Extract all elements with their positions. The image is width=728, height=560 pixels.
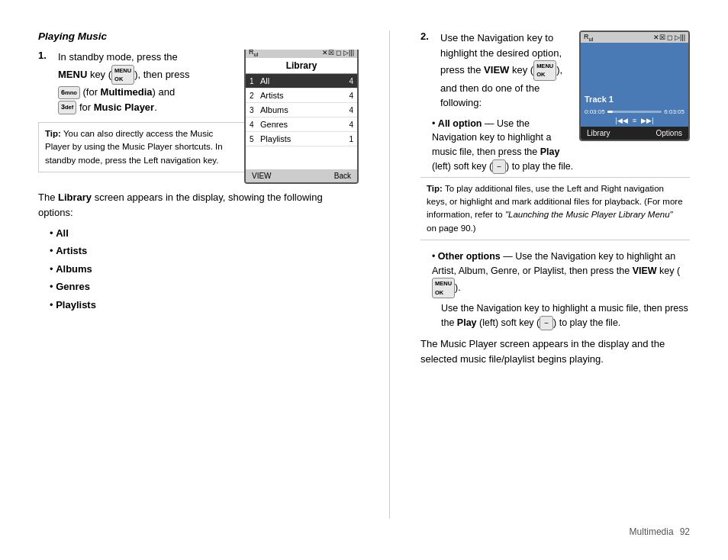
page-footer: Multimedia 92: [38, 519, 690, 537]
list-item-genres: 4 Genres 4: [246, 117, 357, 132]
left-column: Playing Music Rul ✕☒ ◻ ▷||| Library 1 Al…: [38, 31, 359, 519]
prev-icon: |◀◀: [616, 117, 628, 124]
library-soft-key: Library: [587, 129, 610, 137]
menu-key-label: MENU: [58, 68, 87, 79]
music-screen-body: Track 1 0:03:05 6:03:05 |◀◀ ≡ ▶▶|: [581, 43, 688, 127]
view-key-icon-2: MENUOK: [432, 278, 455, 298]
progress-track: [607, 111, 662, 113]
item-count-5: 1: [349, 135, 353, 143]
controls-row: |◀◀ ≡ ▶▶|: [585, 117, 685, 124]
step2-container: 2. Use the Navigation key to highlight t…: [420, 31, 570, 111]
view-key-icon: MENUOK: [533, 60, 556, 81]
item-num-3: 3: [250, 106, 260, 114]
phone-bottom-bar-left: VIEW Back: [246, 169, 357, 182]
list-item-all: 1 All 4: [246, 74, 357, 89]
footer-page-number: 92: [680, 526, 690, 537]
other-options-list: Other options — Use the Navigation key t…: [432, 249, 690, 330]
key-3-icon: 3def: [58, 101, 76, 114]
time-right: 6:03:05: [664, 108, 685, 115]
library-phone-screen: Rul ✕☒ ◻ ▷||| Library 1 All 4 2 Artists: [244, 50, 359, 184]
step2-area: Rul ✕☒ ◻ ▷||| Track 1 0:03:05 6:03:05: [420, 31, 690, 177]
phone-title-left: Library: [246, 58, 357, 74]
footer-section: Multimedia: [630, 526, 674, 537]
play-icon: ≡: [633, 117, 636, 124]
step2-text: Use the Navigation key to highlight the …: [440, 31, 570, 111]
column-divider: [389, 31, 390, 519]
item-num-5: 5: [250, 135, 260, 143]
minus-key-1: −: [492, 159, 506, 174]
library-description: The Library screen appears in the displa…: [38, 191, 323, 218]
item-num-4: 4: [250, 121, 260, 129]
bullet-genres: Genres: [50, 278, 359, 295]
phone-view-label: VIEW: [252, 172, 272, 180]
phone-status-bar-right: Rul ✕☒ ◻ ▷|||: [581, 32, 688, 43]
step1-number: 1.: [38, 50, 50, 114]
tip-label-2: Tip:: [427, 184, 443, 193]
menu-key-icon: MENUOK: [111, 65, 134, 85]
conclusion: The Music Player screen appears in the d…: [420, 338, 665, 365]
content-area: Playing Music Rul ✕☒ ◻ ▷||| Library 1 Al…: [38, 31, 690, 519]
list-item-albums: 3 Albums 4: [246, 103, 357, 117]
item-count-1: 4: [349, 77, 353, 85]
status-icons-right: ✕☒ ◻ ▷|||: [653, 34, 685, 41]
bullet-all: All: [50, 224, 359, 242]
item-num-1: 1: [250, 77, 260, 85]
library-text: The Library screen appears in the displa…: [38, 190, 359, 220]
step1-text: In standby mode, press the MENU key (MEN…: [58, 50, 189, 114]
next-icon: ▶▶|: [641, 117, 653, 124]
item-count-4: 4: [349, 121, 353, 129]
time-left: 0:03:05: [585, 108, 605, 115]
step1-area: Rul ✕☒ ◻ ▷||| Library 1 All 4 2 Artists: [38, 50, 359, 184]
item-label-artists: Artists: [260, 91, 349, 100]
minus-key-2: −: [540, 316, 553, 330]
conclusion-text: The Music Player screen appears in the d…: [420, 336, 690, 367]
step2-number: 2.: [420, 31, 433, 111]
item-label-all: All: [260, 76, 349, 85]
phone-list: 1 All 4 2 Artists 4 3 Albums 4: [246, 74, 357, 169]
bullet-list: All Artists Albums Genres Playlists: [50, 224, 359, 314]
item-label-playlists: Playlists: [260, 134, 349, 143]
tip-text-1: You can also directly access the Music P…: [45, 129, 223, 165]
bullet-albums: Albums: [50, 260, 359, 278]
item-num-2: 2: [250, 92, 260, 100]
phone-empty-space: [246, 146, 357, 169]
tip-box-2: Tip: To play additional files, use the L…: [420, 177, 690, 240]
bullet-playlists: Playlists: [50, 296, 359, 314]
list-item-artists: 2 Artists 4: [246, 89, 357, 103]
status-icons-left: ✕☒ ◻ ▷|||: [322, 50, 354, 56]
list-item-playlists: 5 Playlists 1: [246, 132, 357, 146]
key-6-icon: 6mno: [58, 86, 80, 100]
right-column: Rul ✕☒ ◻ ▷||| Track 1 0:03:05 6:03:05: [420, 31, 690, 519]
signal-icon: Rul: [249, 50, 258, 57]
step1-container: 1. In standby mode, press the MENU key (…: [38, 50, 237, 114]
other-options-item: Other options — Use the Navigation key t…: [432, 249, 690, 330]
phone-status-bar-left: Rul ✕☒ ◻ ▷|||: [246, 50, 357, 58]
bullet-artists: Artists: [50, 242, 359, 259]
tip-label-1: Tip:: [45, 129, 61, 138]
item-count-2: 4: [349, 92, 353, 100]
item-label-albums: Albums: [260, 105, 349, 114]
track-label: Track 1: [585, 95, 614, 104]
item-label-genres: Genres: [260, 120, 349, 129]
progress-fill: [607, 111, 613, 113]
item-count-3: 4: [349, 106, 353, 114]
phone-bottom-bar-right: Library Options: [581, 127, 688, 140]
music-player-phone-screen: Rul ✕☒ ◻ ▷||| Track 1 0:03:05 6:03:05: [579, 31, 690, 141]
signal-icon-right: Rul: [584, 33, 593, 43]
phone-back-label: Back: [334, 172, 351, 180]
tip-text-2: To play additional files, use the Left a…: [427, 184, 683, 233]
options-soft-key: Options: [656, 129, 682, 137]
page: Playing Music Rul ✕☒ ◻ ▷||| Library 1 Al…: [0, 0, 728, 560]
other-options-sub-text: Use the Navigation key to highlight a mu…: [441, 301, 690, 330]
progress-bar-area: 0:03:05 6:03:05: [585, 108, 685, 115]
section-title: Playing Music: [38, 31, 359, 42]
